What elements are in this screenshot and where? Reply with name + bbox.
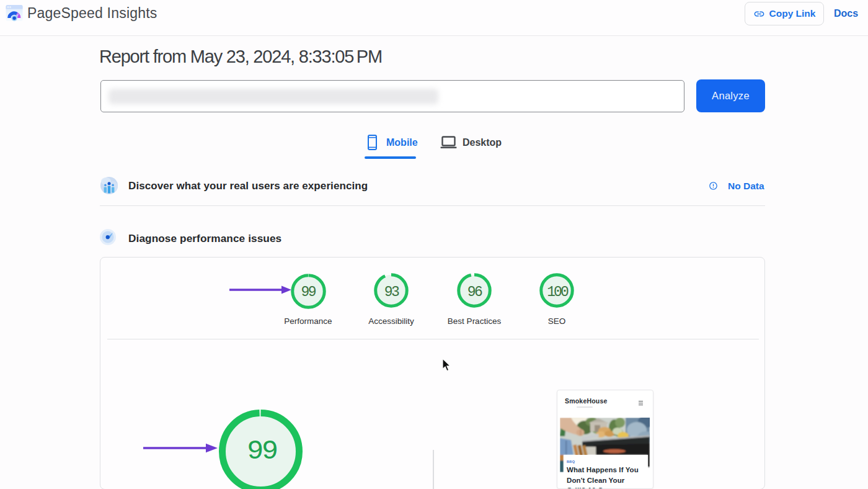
svg-text:93: 93: [384, 284, 399, 300]
svg-text:96: 96: [467, 284, 482, 300]
svg-text:99: 99: [301, 284, 316, 300]
svg-text:100: 100: [547, 284, 569, 300]
svg-text:99: 99: [247, 436, 277, 467]
